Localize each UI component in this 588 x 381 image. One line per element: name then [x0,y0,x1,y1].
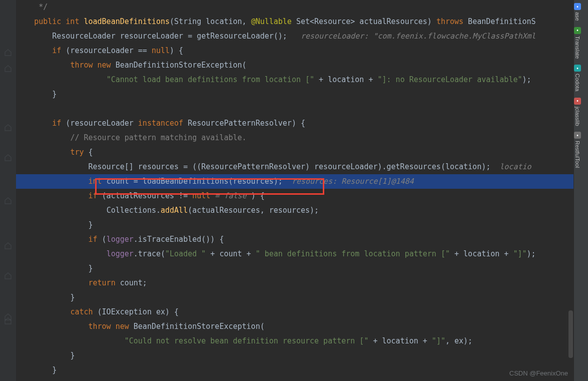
code-line[interactable]: } [16,87,574,102]
code-line[interactable]: "Cannot load bean definitions from locat… [16,73,574,87]
code-token: ResourceLoader resourceLoader = getResou… [52,32,301,41]
code-line[interactable]: // Resource pattern matching available. [16,131,574,145]
code-token: // Resource pattern matching available. [70,133,246,142]
code-token: "Cannot load bean definitions from locat… [107,75,314,84]
tool-tab-label: ase [574,12,580,21]
code-line[interactable] [16,102,574,116]
code-token: , ex); [445,336,472,345]
code-token: ) { [170,46,183,55]
code-line[interactable]: if (resourceLoader instanceof ResourcePa… [16,116,574,131]
code-token: (resourceLoader == [66,46,152,55]
code-token [16,290,70,305]
code-token: (actualResources != [102,191,193,200]
code-token [16,203,107,218]
code-line[interactable]: ResourceLoader resourceLoader = getResou… [16,29,574,44]
code-token [16,87,52,102]
code-line[interactable]: throw new BeanDefinitionStoreException( [16,319,574,334]
code-token [16,58,70,73]
code-token [16,276,89,290]
tool-tab-codota[interactable]: •Codota [574,62,581,94]
vertical-scrollbar[interactable] [567,0,573,381]
codota-icon: • [574,65,581,72]
code-token: int [89,177,107,186]
code-token [16,145,70,160]
code-token: addAll [161,206,188,215]
gutter-marker-icon[interactable] [4,271,13,280]
code-line[interactable]: Resource[] resources = ((ResourcePattern… [16,160,574,174]
code-line[interactable]: if (logger.isTraceEnabled()) { [16,232,574,247]
code-editor[interactable]: */ public int loadBeanDefinitions(String… [0,0,574,381]
gutter-marker-icon[interactable] [4,123,13,132]
code-token: } [70,293,75,302]
code-token: BeanDefinitionStoreException( [116,61,247,70]
code-token: logger [107,249,134,258]
code-area[interactable]: */ public int loadBeanDefinitions(String… [16,0,574,381]
tool-tab-ase[interactable]: •ase [574,0,581,24]
code-line[interactable]: } [16,348,574,363]
code-token: } [52,365,57,374]
code-line[interactable]: catch (IOException ex) { [16,305,574,319]
code-token: "]" [513,249,526,258]
gutter-marker-icon[interactable] [4,64,13,73]
code-token: throw new [70,61,115,70]
gutter-marker-icon[interactable] [4,196,13,205]
code-line[interactable]: } [16,290,574,305]
code-line[interactable]: if (actualResources != null = false ) { [16,189,574,203]
code-token: null [152,46,170,55]
code-token [16,189,89,203]
gutter-marker-icon[interactable] [4,48,13,57]
code-token: resources: Resource[1]@1484 [292,177,414,186]
code-token: public int [34,17,84,26]
code-line[interactable]: public int loadBeanDefinitions(String lo… [16,15,574,29]
gutter-marker-icon[interactable] [4,153,13,162]
tool-tab-translate[interactable]: •Translate [574,24,581,62]
gutter-marker-icon[interactable] [4,316,13,325]
code-token: + location + [450,249,513,258]
code-token: .trace( [134,249,165,258]
code-token: } [89,220,93,229]
scrollbar-thumb[interactable] [568,310,573,358]
code-token: (actualResources, resources); [188,206,319,215]
code-line[interactable]: } [16,261,574,276]
code-token: logger [107,235,134,244]
code-token [16,131,70,145]
code-token: ( [102,235,107,244]
code-token: null [192,191,210,200]
code-token: if [89,191,102,200]
code-token: { [89,148,93,157]
code-token: "Could not resolve bean definition resou… [125,336,369,345]
code-line[interactable]: int count = loadBeanDefinitions(resource… [16,174,574,189]
code-line[interactable]: Collections.addAll(actualResources, reso… [16,203,574,218]
code-token: if [52,119,66,128]
code-token [16,319,89,334]
code-token: (resourceLoader [66,119,138,128]
code-token: BeanDefinitionS [468,17,535,26]
gutter-marker-icon[interactable] [4,241,13,250]
restfultool-icon: • [574,132,581,139]
editor-gutter[interactable] [0,0,16,381]
code-line[interactable]: try { [16,145,574,160]
code-token: "]: no ResourceLoader available" [377,75,522,84]
code-line[interactable]: } [16,218,574,232]
tool-tab-jclasslib[interactable]: •jclasslib [574,95,581,129]
code-line[interactable]: return count; [16,276,574,290]
code-token: */ [39,3,48,12]
code-line[interactable]: if (resourceLoader == null) { [16,44,574,58]
code-token [16,363,52,377]
code-token: catch [70,307,97,316]
code-token: count = loadBeanDefinitions(resources); [107,177,292,186]
code-line[interactable]: throw new BeanDefinitionStoreException( [16,58,574,73]
code-token [16,15,34,29]
code-token: if [52,46,66,55]
tool-tab-restfultool[interactable]: •RestfulTool [574,129,581,171]
code-line[interactable]: logger.trace("Loaded " + count + " bean … [16,247,574,261]
code-token: Collections. [107,206,161,215]
code-token: loadBeanDefinitions [84,17,170,26]
code-token [16,116,52,131]
code-token: Resource[] resources = ((ResourcePattern… [89,162,500,171]
code-line[interactable]: } [16,363,574,377]
code-token: (IOException ex) { [98,307,179,316]
code-line[interactable]: */ [16,0,574,15]
code-token: "Loaded " [165,249,206,258]
code-line[interactable]: "Could not resolve bean definition resou… [16,334,574,348]
